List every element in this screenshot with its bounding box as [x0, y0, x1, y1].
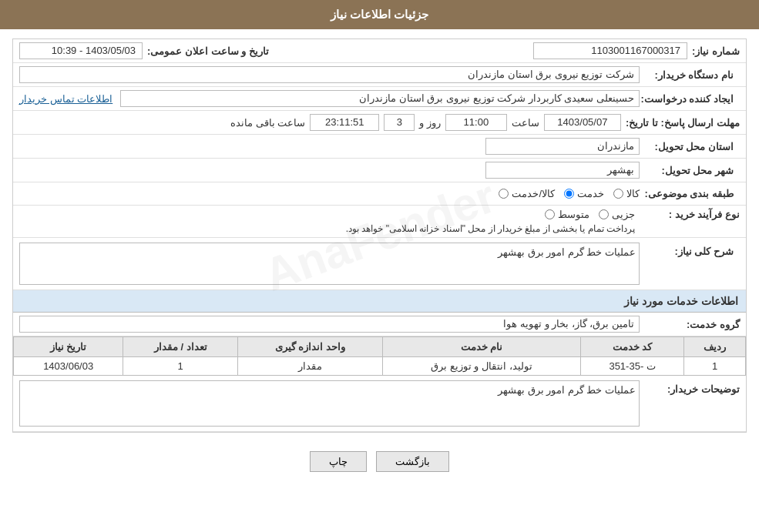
items-table-container: ردیف کد خدمت نام خدمت واحد اندازه گیری ت… — [13, 336, 746, 376]
cell-unit: مقدار — [238, 357, 383, 376]
contact-link[interactable]: اطلاعات تماس خریدار — [19, 93, 113, 105]
radio-kala-khedmat[interactable] — [499, 189, 509, 199]
category-row: طبقه بندی موضوعی: کالا خدمت کالا/خدمت — [13, 182, 746, 206]
radio-jozii-label: جزیی — [612, 209, 635, 220]
cell-quantity: 1 — [123, 357, 238, 376]
category-radio-group: کالا خدمت کالا/خدمت — [499, 188, 640, 199]
creator-label: ایجاد کننده درخواست: — [640, 93, 740, 105]
radio-khedmat[interactable] — [564, 189, 574, 199]
page-header: جزئیات اطلاعات نیاز — [0, 0, 759, 29]
purchase-options: جزیی متوسط پرداخت تمام یا بخشی از مبلغ خ… — [19, 209, 635, 234]
buyer-name-value: شرکت توزیع نیروی برق استان مازندران — [19, 66, 640, 83]
page-title: جزئیات اطلاعات نیاز — [331, 8, 428, 21]
cell-need-date: 1403/06/03 — [14, 357, 123, 376]
category-label: طبقه بندی موضوعی: — [640, 188, 740, 199]
col-row-num: ردیف — [684, 337, 746, 357]
need-number-label: شماره نیاز: — [692, 45, 740, 57]
buttons-row: بازگشت چاپ — [12, 440, 747, 480]
purchase-type-row: نوع فرآیند خرید : جزیی متوسط پرداخت تمام… — [13, 206, 746, 238]
cell-row-num: 1 — [684, 357, 746, 376]
col-service-code: کد خدمت — [581, 337, 684, 357]
radio-kala-item: کالا — [613, 188, 640, 199]
deadline-remaining: 23:11:51 — [310, 114, 379, 131]
city-row: شهر محل تحویل: بهشهر — [13, 159, 746, 182]
purchase-desc: پرداخت تمام یا بخشی از مبلغ خریدار از مح… — [19, 223, 635, 234]
col-quantity: تعداد / مقدار — [123, 337, 238, 357]
buyer-desc-area: عملیات خط گرم امور برق بهشهر — [19, 380, 640, 427]
radio-kala-khedmat-label: کالا/خدمت — [512, 188, 555, 199]
city-label: شهر محل تحویل: — [640, 165, 740, 176]
purchase-radio-group: جزیی متوسط — [19, 209, 635, 220]
radio-motevaset-label: متوسط — [558, 209, 589, 220]
service-section-title: اطلاعات خدمات مورد نیاز — [13, 290, 746, 313]
deadline-date: 1403/05/07 — [544, 114, 621, 131]
deadline-time-label: ساعت — [512, 117, 539, 129]
radio-jozii-item: جزیی — [599, 209, 635, 220]
purchase-type-label: نوع فرآیند خرید : — [640, 209, 740, 220]
deadline-remaining-label: ساعت باقی مانده — [230, 117, 305, 129]
print-button[interactable]: چاپ — [310, 451, 367, 472]
radio-motevaset-item: متوسط — [545, 209, 589, 220]
top-row: شماره نیاز: 1103001167000317 تاریخ و ساع… — [13, 39, 746, 63]
deadline-days-label: روز و — [419, 117, 441, 129]
city-value: بهشهر — [485, 162, 640, 179]
buyer-desc-row: توضیحات خریدار: عملیات خط گرم امور برق ب… — [13, 376, 746, 432]
col-need-date: تاریخ نیاز — [14, 337, 123, 357]
buyer-desc-label: توضیحات خریدار: — [640, 380, 740, 395]
main-info-section: AnaFender شماره نیاز: 1103001167000317 ت… — [12, 38, 747, 433]
radio-kala-khedmat-item: کالا/خدمت — [499, 188, 555, 199]
service-group-label: گروه خدمت: — [640, 319, 740, 330]
need-desc-value: عملیات خط گرم امور برق بهشهر — [19, 243, 640, 285]
need-desc-label: شرح کلی نیاز: — [640, 243, 740, 257]
radio-kala[interactable] — [613, 189, 623, 199]
need-desc-row: شرح کلی نیاز: عملیات خط گرم امور برق بهش… — [13, 238, 746, 290]
table-row: 1 ت -35-351 تولید، انتقال و توزیع برق مق… — [14, 357, 746, 376]
province-value: مازندران — [485, 138, 640, 155]
service-group-value: تامین برق، گاز، بخار و تهویه هوا — [19, 316, 640, 333]
province-row: استان محل تحویل: مازندران — [13, 135, 746, 159]
announce-datetime-value: 1403/05/03 - 10:39 — [19, 42, 143, 59]
deadline-row: مهلت ارسال پاسخ: تا تاریخ: 1403/05/07 سا… — [13, 111, 746, 135]
col-unit: واحد اندازه گیری — [238, 337, 383, 357]
announce-datetime-label: تاریخ و ساعت اعلان عمومی: — [147, 45, 269, 57]
province-label: استان محل تحویل: — [640, 141, 740, 152]
radio-khedmat-label: خدمت — [577, 188, 604, 199]
buyer-name-label: نام دستگاه خریدار: — [640, 69, 740, 81]
service-group-row: گروه خدمت: تامین برق، گاز، بخار و تهویه … — [13, 313, 746, 336]
deadline-time: 11:00 — [445, 114, 507, 131]
deadline-label: مهلت ارسال پاسخ: تا تاریخ: — [626, 117, 740, 129]
cell-service-name: تولید، انتقال و توزیع برق — [382, 357, 580, 376]
back-button[interactable]: بازگشت — [376, 451, 449, 472]
buyer-name-row: نام دستگاه خریدار: شرکت توزیع نیروی برق … — [13, 63, 746, 87]
deadline-days: 3 — [384, 114, 415, 131]
radio-kala-label: کالا — [626, 188, 640, 199]
items-table: ردیف کد خدمت نام خدمت واحد اندازه گیری ت… — [13, 336, 746, 376]
creator-value: حسینعلی سعیدی کاربردار شرکت توزیع نیروی … — [120, 90, 640, 107]
creator-row: ایجاد کننده درخواست: حسینعلی سعیدی کاربر… — [13, 87, 746, 111]
cell-service-code: ت -35-351 — [581, 357, 684, 376]
radio-khedmat-item: خدمت — [564, 188, 604, 199]
radio-motevaset[interactable] — [545, 209, 555, 219]
radio-jozii[interactable] — [599, 209, 609, 219]
col-service-name: نام خدمت — [382, 337, 580, 357]
need-number-value: 1103001167000317 — [533, 42, 687, 59]
